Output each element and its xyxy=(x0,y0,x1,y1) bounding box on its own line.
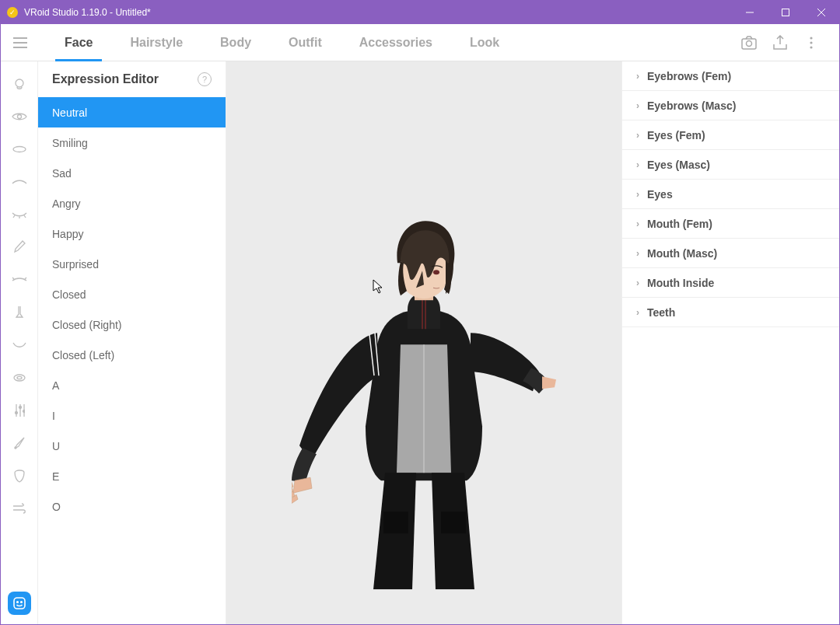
expression-item[interactable]: Happy xyxy=(38,218,226,249)
panel-title: Expression Editor xyxy=(52,72,159,86)
window-title: VRoid Studio 1.19.0 - Untitled* xyxy=(24,7,732,18)
maximize-button[interactable] xyxy=(768,1,803,24)
tab-hairstyle[interactable]: Hairstyle xyxy=(111,24,201,61)
blendshape-group[interactable]: ›Eyebrows (Masc) xyxy=(622,91,839,120)
faceoutline-icon[interactable] xyxy=(11,467,28,484)
minimize-button[interactable] xyxy=(732,1,768,24)
chevron-right-icon: › xyxy=(636,189,639,200)
menu-button[interactable] xyxy=(7,30,33,56)
svg-line-19 xyxy=(25,278,26,279)
chevron-right-icon: › xyxy=(636,278,639,288)
chevron-right-icon: › xyxy=(636,307,639,318)
expression-item[interactable]: Neutral xyxy=(38,97,226,127)
help-icon[interactable]: ? xyxy=(198,72,212,86)
blendshape-group[interactable]: ›Eyebrows (Fem) xyxy=(622,61,839,91)
svg-point-21 xyxy=(17,376,22,379)
eye-icon[interactable] xyxy=(11,108,28,125)
chevron-right-icon: › xyxy=(636,71,639,82)
chevron-right-icon: › xyxy=(636,159,639,170)
wind-icon[interactable] xyxy=(11,500,28,517)
expression-item[interactable]: Closed (Right) xyxy=(38,309,226,340)
sliders-icon[interactable] xyxy=(11,402,28,419)
ear-icon[interactable] xyxy=(11,369,28,386)
blendshape-label: Eyes xyxy=(647,188,673,201)
svg-rect-1 xyxy=(782,9,789,16)
expression-item[interactable]: Closed (Left) xyxy=(38,340,226,370)
icon-rail xyxy=(1,61,38,624)
nose-icon[interactable] xyxy=(11,304,28,321)
eyebrow-icon[interactable] xyxy=(11,173,28,190)
tab-face[interactable]: Face xyxy=(46,24,111,61)
more-button[interactable] xyxy=(802,33,821,52)
expression-item[interactable]: E xyxy=(38,461,226,491)
paintbrush-icon[interactable] xyxy=(11,239,28,256)
expression-editor-button[interactable] xyxy=(8,592,31,615)
svg-point-25 xyxy=(15,412,17,414)
outline-icon[interactable] xyxy=(11,435,28,452)
app-logo-icon: ✓ xyxy=(7,7,18,18)
svg-point-13 xyxy=(17,115,21,119)
blendshape-group[interactable]: ›Eyes (Fem) xyxy=(622,120,839,150)
tab-look[interactable]: Look xyxy=(451,24,518,61)
main-tabs: FaceHairstyleBodyOutfitAccessoriesLook xyxy=(46,24,740,61)
expression-item[interactable]: I xyxy=(38,400,226,431)
svg-rect-33 xyxy=(383,512,408,533)
blendshape-label: Eyes (Fem) xyxy=(647,129,705,141)
camera-button[interactable] xyxy=(740,33,758,52)
blendshape-group[interactable]: ›Teeth xyxy=(622,298,839,327)
svg-point-30 xyxy=(16,602,18,603)
svg-point-8 xyxy=(747,40,752,46)
expression-item[interactable]: Angry xyxy=(38,188,226,218)
svg-point-14 xyxy=(13,147,26,152)
svg-point-31 xyxy=(20,602,22,603)
chevron-right-icon: › xyxy=(636,130,639,141)
expression-item[interactable]: Sad xyxy=(38,158,226,188)
eyeline-icon[interactable] xyxy=(11,271,28,288)
mouse-cursor-icon xyxy=(373,279,383,295)
export-button[interactable] xyxy=(771,33,789,52)
svg-rect-29 xyxy=(14,598,25,609)
svg-point-37 xyxy=(433,270,439,274)
viewport-3d[interactable] xyxy=(226,61,621,624)
chevron-right-icon: › xyxy=(636,248,639,259)
blendshape-group[interactable]: ›Mouth Inside xyxy=(622,268,839,298)
avatar-model xyxy=(292,216,556,589)
expression-item[interactable]: Closed xyxy=(38,279,226,309)
blendshape-label: Mouth Inside xyxy=(647,277,714,289)
window-titlebar: ✓ VRoid Studio 1.19.0 - Untitled* xyxy=(1,1,839,24)
svg-point-9 xyxy=(810,37,812,39)
svg-line-15 xyxy=(13,215,15,218)
blendshape-label: Eyebrows (Fem) xyxy=(647,70,731,82)
head-icon[interactable] xyxy=(11,75,28,93)
expression-item[interactable]: O xyxy=(38,491,226,522)
tab-body[interactable]: Body xyxy=(201,24,270,61)
svg-point-10 xyxy=(810,41,812,44)
blendshape-group[interactable]: ›Eyes xyxy=(622,180,839,209)
blendshape-group[interactable]: ›Mouth (Masc) xyxy=(622,239,839,268)
svg-line-17 xyxy=(24,215,26,218)
svg-line-18 xyxy=(12,278,14,279)
blendshape-group[interactable]: ›Mouth (Fem) xyxy=(622,209,839,239)
svg-point-27 xyxy=(23,410,25,413)
close-button[interactable] xyxy=(803,1,839,24)
top-toolbar: FaceHairstyleBodyOutfitAccessoriesLook xyxy=(1,24,839,61)
expression-item[interactable]: U xyxy=(38,431,226,461)
svg-point-26 xyxy=(19,407,21,409)
expression-item[interactable]: Smiling xyxy=(38,127,226,158)
blendshape-label: Eyebrows (Masc) xyxy=(647,100,736,112)
svg-point-11 xyxy=(810,46,812,48)
blendshape-group[interactable]: ›Eyes (Masc) xyxy=(622,150,839,180)
left-panel: Expression Editor ? NeutralSmilingSadAng… xyxy=(38,61,226,624)
tab-accessories[interactable]: Accessories xyxy=(341,24,451,61)
svg-rect-34 xyxy=(441,512,466,533)
blendshape-label: Mouth (Fem) xyxy=(647,218,712,230)
expression-item[interactable]: A xyxy=(38,370,226,400)
expression-item[interactable]: Surprised xyxy=(38,249,226,279)
mouthcurve-icon[interactable] xyxy=(11,337,28,354)
blendshape-label: Teeth xyxy=(647,306,675,319)
svg-point-12 xyxy=(16,79,23,87)
eyelash-icon[interactable] xyxy=(11,206,28,223)
lips-icon[interactable] xyxy=(11,141,28,158)
chevron-right-icon: › xyxy=(636,218,639,229)
tab-outfit[interactable]: Outfit xyxy=(270,24,341,61)
